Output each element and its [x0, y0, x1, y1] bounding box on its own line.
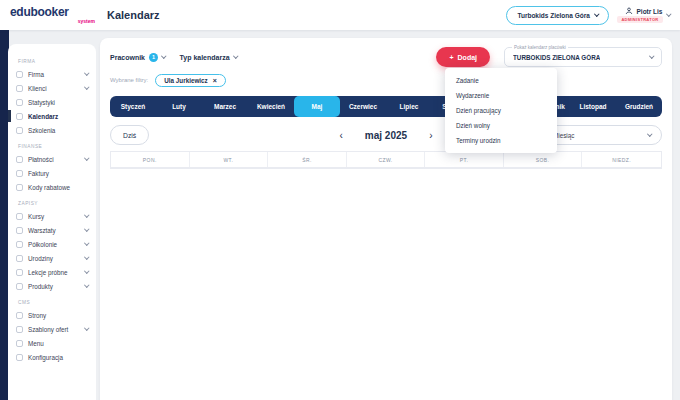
- products-icon: [16, 283, 23, 290]
- chevron-down-icon: [161, 54, 166, 59]
- sidebar-item-produkty[interactable]: Produkty: [16, 279, 88, 293]
- month-tab-luty[interactable]: Luty: [156, 96, 202, 117]
- filter-typ-label: Typ kalendarza: [180, 54, 230, 61]
- chevron-down-icon: [84, 283, 89, 288]
- sidebar-item-warsztaty[interactable]: Warsztaty: [16, 223, 88, 237]
- app-logo[interactable]: edubooker system: [10, 6, 95, 24]
- month-tabs: StyczeńLutyMarzecKwiecieńMajCzerwiecLipi…: [110, 96, 662, 117]
- add-menu-item[interactable]: Wydarzenie: [445, 88, 557, 103]
- filters-row: Pracownik 1 Typ kalendarza + Dodaj Pokaż…: [110, 46, 662, 68]
- sidebar-section-label: CMS: [18, 300, 88, 305]
- month-tab-styczeń[interactable]: Styczeń: [110, 96, 156, 117]
- weekday-header-row: PON.WT.ŚR.CZW.PT.SOB.NIEDZ.: [111, 152, 661, 168]
- view-mode-select[interactable]: Miesiąc: [542, 125, 662, 145]
- trainings-icon: [16, 127, 23, 134]
- add-menu-item[interactable]: Zadanie: [445, 73, 557, 88]
- top-header: edubooker system Kalendarz Turbokids Zie…: [0, 0, 680, 30]
- sidebar-item-szablony-ofert[interactable]: Szablony ofert: [16, 322, 88, 336]
- sidebar-item-label: Kalendarz: [28, 113, 58, 120]
- sidebar-item-klienci[interactable]: Klienci: [16, 81, 88, 95]
- chevron-down-icon: [649, 54, 654, 59]
- menu-icon: [16, 340, 23, 347]
- close-icon[interactable]: ×: [213, 77, 217, 84]
- sidebar-item-kalendarz[interactable]: Kalendarz: [16, 109, 88, 123]
- sidebar-item-label: Warsztaty: [28, 227, 56, 234]
- month-tab-maj[interactable]: Maj: [294, 96, 340, 117]
- filter-chip-label: Ula Jurkiewicz: [164, 77, 207, 84]
- sidebar-item-kursy[interactable]: Kursy: [16, 209, 88, 223]
- filter-pracownik-label: Pracownik: [110, 54, 145, 61]
- add-menu-item[interactable]: Terminy urodzin: [445, 133, 557, 148]
- next-month-button[interactable]: ›: [429, 130, 432, 141]
- prev-month-button[interactable]: ‹: [340, 130, 343, 141]
- sidebar-item-menu[interactable]: Menu: [16, 336, 88, 350]
- facility-select-value: TURBOKIDS ZIELONA GÓRA: [513, 54, 600, 61]
- chevron-down-icon: [84, 227, 89, 232]
- current-month-title: maj 2025: [365, 130, 407, 141]
- sidebar-item-firma[interactable]: Firma: [16, 67, 88, 81]
- chevron-down-icon: [233, 54, 238, 59]
- month-tab-kwiecień[interactable]: Kwiecień: [248, 96, 294, 117]
- facility-select[interactable]: Pokaż kalendarz placówki TURBOKIDS ZIELO…: [504, 47, 662, 67]
- building-icon: [16, 71, 23, 78]
- month-tab-marzec[interactable]: Marzec: [202, 96, 248, 117]
- chevron-down-icon: [594, 12, 599, 17]
- page-title: Kalendarz: [107, 9, 160, 21]
- calendar-page-card: Pracownik 1 Typ kalendarza + Dodaj Pokaż…: [100, 38, 672, 400]
- daycamps-icon: [16, 241, 23, 248]
- chevron-down-icon: [84, 241, 89, 246]
- sidebar: FIRMAFirmaKlienciStatystykiKalendarzSzko…: [8, 44, 96, 400]
- sidebar-section-label: FIRMA: [18, 59, 88, 64]
- sidebar-item-label: Klienci: [28, 85, 47, 92]
- sidebar-item-strony[interactable]: Strony: [16, 308, 88, 322]
- sidebar-item-label: Szkolenia: [28, 127, 55, 134]
- sidebar-item-płatności[interactable]: Płatności: [16, 152, 88, 166]
- sidebar-item-label: Produkty: [28, 283, 53, 290]
- trial-lessons-icon: [16, 269, 23, 276]
- logo-subtext: system: [10, 19, 95, 24]
- weekday-header: WT.: [190, 152, 269, 167]
- sidebar-item-faktury[interactable]: Faktury: [16, 166, 88, 180]
- chevron-down-icon: [84, 255, 89, 260]
- sidebar-item-label: Firma: [28, 71, 44, 78]
- add-menu-item[interactable]: Dzień wolny: [445, 118, 557, 133]
- sidebar-item-label: Półkolonie: [28, 241, 57, 248]
- sidebar-item-label: Faktury: [28, 170, 49, 177]
- sidebar-item-label: Konfiguracja: [28, 354, 63, 361]
- filter-pracownik[interactable]: Pracownik 1: [110, 53, 166, 62]
- sidebar-section-label: FINANSE: [18, 144, 88, 149]
- facility-select-label: Pokaż kalendarz placówki: [512, 45, 568, 50]
- filter-chip[interactable]: Ula Jurkiewicz ×: [155, 74, 226, 87]
- sidebar-item-szkolenia[interactable]: Szkolenia: [16, 123, 88, 137]
- clients-icon: [16, 85, 23, 92]
- plus-icon: +: [449, 54, 453, 61]
- add-menu-item[interactable]: Dzień pracujący: [445, 103, 557, 118]
- add-button[interactable]: + Dodaj: [436, 47, 490, 67]
- filter-typ-kalendarza[interactable]: Typ kalendarza: [180, 54, 238, 61]
- sidebar-item-kody-rabatowe[interactable]: Kody rabatowe: [16, 180, 88, 194]
- month-tab-lipiec[interactable]: Lipiec: [386, 96, 432, 117]
- month-tab-czerwiec[interactable]: Czerwiec: [340, 96, 386, 117]
- user-menu[interactable]: Piotr Lis ADMINISTRATOR: [617, 7, 670, 23]
- sidebar-item-urodziny[interactable]: Urodziny: [16, 251, 88, 265]
- sidebar-item-lekcje-próbne[interactable]: Lekcje próbne: [16, 265, 88, 279]
- month-tab-grudzień[interactable]: Grudzień: [616, 96, 662, 117]
- sidebar-item-statystyki[interactable]: Statystyki: [16, 95, 88, 109]
- selected-filters-row: Wybrane filtry: Ula Jurkiewicz ×: [110, 72, 662, 88]
- user-role-badge: ADMINISTRATOR: [617, 16, 662, 23]
- branch-selector-button[interactable]: Turbokids Zielona Góra: [506, 6, 609, 25]
- sidebar-item-label: Kursy: [28, 213, 44, 220]
- today-button[interactable]: Dziś: [110, 125, 149, 145]
- chevron-down-icon: [84, 326, 89, 331]
- birthdays-icon: [16, 255, 23, 262]
- filter-count-badge: 1: [149, 53, 158, 62]
- weekday-header: PON.: [111, 152, 190, 167]
- sidebar-item-półkolonie[interactable]: Półkolonie: [16, 237, 88, 251]
- month-tab-listopad[interactable]: Listopad: [570, 96, 616, 117]
- chevron-down-icon: [84, 156, 89, 161]
- calendar-grid: PON.WT.ŚR.CZW.PT.SOB.NIEDZ.: [110, 151, 662, 169]
- sidebar-item-konfiguracja[interactable]: Konfiguracja: [16, 350, 88, 364]
- sidebar-section-label: ZAPISY: [18, 201, 88, 206]
- sidebar-item-label: Statystyki: [28, 99, 55, 106]
- user-icon: [625, 7, 633, 15]
